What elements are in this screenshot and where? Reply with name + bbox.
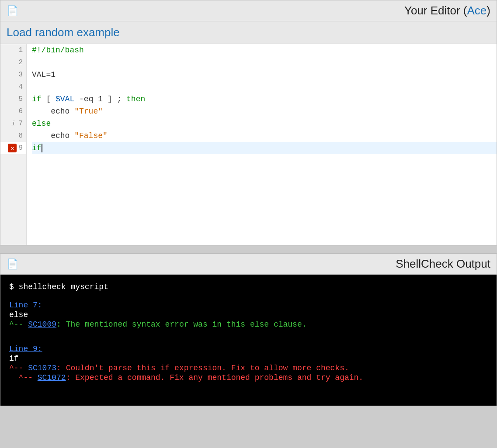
load-example-link[interactable]: Load random example: [0, 21, 497, 44]
error-arrow-2: ^--: [9, 364, 28, 372]
error-arrow-3: ^--: [9, 373, 38, 382]
line-number-row: 6: [0, 105, 26, 117]
output-header: 📄 ShellCheck Output: [0, 254, 497, 275]
sc1073-link[interactable]: SC1073: [28, 364, 56, 372]
line-ref-7: Line 7:: [9, 301, 488, 310]
code-line-6: echo "True": [32, 105, 497, 117]
line-number-row: 3: [0, 69, 26, 81]
output-icon: 📄: [7, 258, 18, 270]
line-9-link[interactable]: Line 9:: [9, 345, 42, 353]
line-number-row: 4: [0, 81, 26, 93]
sc1072-link[interactable]: SC1072: [38, 373, 66, 382]
line-9-error-2: ^-- SC1072: Expected a command. Fix any …: [9, 373, 488, 382]
code-line-5: if [ $VAL -eq 1 ] ; then: [32, 93, 497, 105]
editor-panel: 📄 Your Editor (Ace) Load random example …: [0, 0, 497, 245]
code-editor[interactable]: 1 2 3 4 5 6 i 7: [0, 44, 497, 245]
line-7-link[interactable]: Line 7:: [9, 301, 42, 310]
line-9-code: if: [9, 354, 488, 363]
editor-header: 📄 Your Editor (Ace): [0, 0, 497, 21]
sc1009-link[interactable]: SC1009: [28, 320, 56, 329]
output-title: ShellCheck Output: [396, 257, 490, 271]
sc1073-message: : Couldn't parse this if expression. Fix…: [56, 364, 349, 372]
code-line-4: [32, 81, 497, 93]
line-numbers: 1 2 3 4 5 6 i 7: [0, 44, 27, 245]
code-line-2: [32, 56, 497, 69]
editor-icon: 📄: [7, 5, 18, 17]
error-icon: ✕: [8, 144, 17, 152]
output-panel: 📄 ShellCheck Output $ shellcheck myscrip…: [0, 253, 497, 406]
terminal-prompt: $ shellcheck myscript: [9, 283, 488, 291]
code-lines[interactable]: #!/bin/bash VAL=1 if [ $VAL -eq 1 ] ; th…: [27, 44, 497, 245]
output-section-2: Line 9: if ^-- SC1073: Couldn't parse th…: [9, 345, 488, 382]
output-section-1: Line 7: else ^-- SC1009: The mentioned s…: [9, 301, 488, 329]
ace-link[interactable]: Ace: [467, 4, 487, 17]
line-number-row: 1: [0, 44, 26, 56]
line-number-row: 8: [0, 130, 26, 142]
line-number-row: 5: [0, 93, 26, 105]
line-7-error: ^-- SC1009: The mentioned syntax error w…: [9, 320, 488, 329]
line-ref-9: Line 9:: [9, 345, 488, 353]
error-arrow-1: ^--: [9, 320, 28, 329]
line-7-code: else: [9, 310, 488, 319]
line-number-row: 2: [0, 56, 26, 69]
editor-title: Your Editor (Ace): [404, 4, 490, 17]
code-line-3: VAL=1: [32, 69, 497, 81]
terminal: $ shellcheck myscript Line 7: else ^-- S…: [0, 275, 497, 406]
line-9-error-1: ^-- SC1073: Couldn't parse this if expre…: [9, 364, 488, 372]
code-line-9: if: [32, 142, 497, 154]
text-cursor: [42, 144, 42, 152]
info-icon: i: [10, 119, 17, 128]
code-line-7: else: [32, 117, 497, 130]
sc1072-message: : Expected a command. Fix any mentioned …: [66, 373, 364, 382]
sc1009-message: : The mentioned syntax error was in this…: [56, 320, 307, 329]
line-number-row-error: ✕ 9: [0, 142, 26, 154]
line-number-row-info: i 7: [0, 117, 26, 130]
code-line-8: echo "False": [32, 130, 497, 142]
code-line-1: #!/bin/bash: [32, 44, 497, 56]
